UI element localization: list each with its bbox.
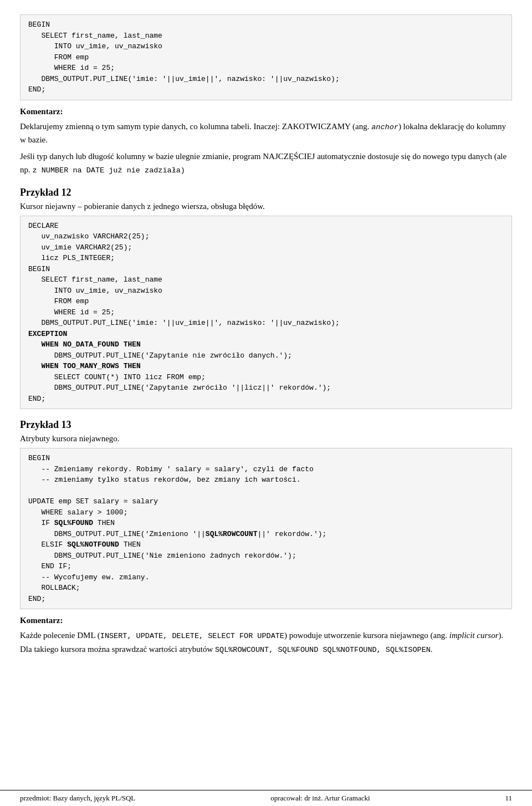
comment2-text: Każde polecenie DML (INSERT, UPDATE, DEL… — [20, 629, 512, 656]
dml-list: INSERT, UPDATE, DELETE, SELECT FOR UPDAT… — [100, 632, 284, 640]
code-block-3: BEGIN -- Zmieniamy rekordy. Robimy ' sal… — [20, 448, 512, 609]
comment1-text2: Jeśli typ danych lub długość kolumny w b… — [20, 150, 512, 177]
anchor-code: anchor — [371, 123, 398, 131]
implicit-cursor-term: implicit cursor — [449, 631, 499, 640]
code-block-1: BEGIN SELECT first_name, last_name INTO … — [20, 14, 512, 100]
footer-center: opracował: dr inż. Artur Gramacki — [270, 794, 370, 803]
number-date-code: z NUMBER na DATE już nie zadziała) — [33, 166, 185, 175]
example12-subtitle: Kursor niejawny – pobieranie danych z je… — [20, 202, 512, 211]
footer-left: przedmiot: Bazy danych, język PL/SQL — [20, 794, 135, 803]
footer: przedmiot: Bazy danych, język PL/SQL opr… — [0, 790, 532, 806]
example12-title: Przykład 12 — [20, 187, 512, 198]
comment1-text: Deklarujemy zmienną o tym samym typie da… — [20, 120, 512, 147]
example13-subtitle: Atrybuty kursora niejawnego. — [20, 434, 512, 443]
page: BEGIN SELECT first_name, last_name INTO … — [0, 0, 532, 806]
footer-right: 11 — [505, 794, 512, 803]
code-block-2: DECLARE uv_nazwisko VARCHAR2(25); uv_imi… — [20, 216, 512, 410]
example13-title: Przykład 13 — [20, 419, 512, 431]
comment1-label: Komentarz: — [20, 107, 512, 116]
comment2-label: Komentarz: — [20, 616, 512, 625]
cursor-attrs: SQL%ROWCOUNT, SQL%FOUND SQL%NOTFOUND, SQ… — [215, 646, 431, 654]
